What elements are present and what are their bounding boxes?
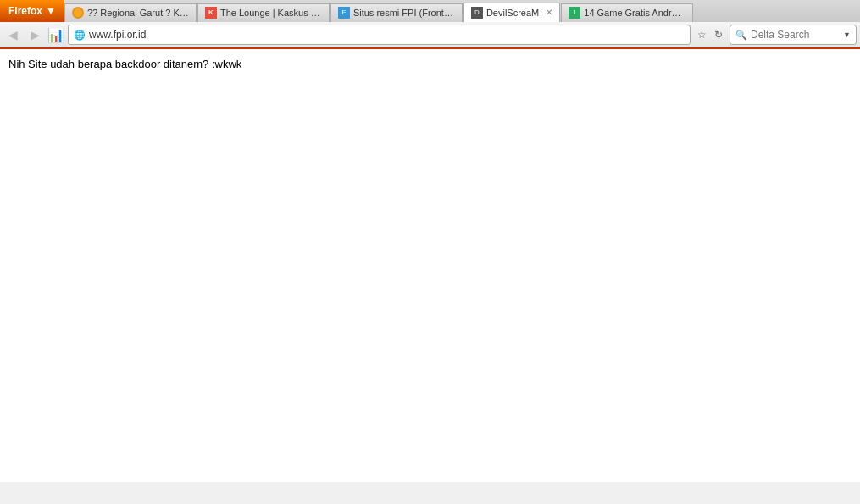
navigation-bar: ◀ ▶ 📊 🌐 ☆ ↻ 🔍 ▼	[0, 22, 860, 49]
page-icon: 🌐	[74, 30, 86, 41]
address-bar[interactable]: 🌐	[68, 25, 691, 45]
tab-favicon-blue: F	[338, 7, 350, 19]
tab-favicon-loading	[72, 7, 84, 19]
tab-tab3[interactable]: F Situs resmi FPI (Front Pe...	[330, 3, 463, 22]
address-actions: ☆ ↻	[694, 27, 726, 42]
back-button[interactable]: ◀	[3, 25, 22, 44]
bookmark-button[interactable]: ☆	[694, 27, 709, 42]
search-dropdown-icon[interactable]: ▼	[843, 30, 851, 39]
reload-icon: ↻	[714, 29, 723, 41]
tab-label: DevilScreaM	[486, 8, 539, 18]
tab-close-button[interactable]: ✕	[546, 8, 552, 17]
tab-tab2[interactable]: K The Lounge | Kaskus - Th...	[197, 3, 330, 22]
reload-button[interactable]: ↻	[711, 27, 726, 42]
tab-label: The Lounge | Kaskus - Th...	[220, 8, 322, 18]
tab-label: 14 Game Gratis Android ...	[584, 8, 685, 18]
tab-tab1[interactable]: ?? Regional Garut ? Kota I...	[64, 3, 197, 22]
tab-favicon-dark: D	[471, 7, 483, 19]
loading-indicator: 📊	[47, 26, 64, 43]
tab-favicon-kaskus: K	[205, 7, 217, 19]
search-bar[interactable]: 🔍 ▼	[730, 25, 857, 45]
page-content: Nih Site udah berapa backdoor ditanem? :…	[0, 49, 860, 482]
firefox-label: Firefox	[8, 5, 42, 17]
tab-tab5[interactable]: 1 14 Game Gratis Android ...	[561, 3, 693, 22]
tab-label: ?? Regional Garut ? Kota I...	[87, 8, 189, 18]
forward-icon: ▶	[31, 28, 40, 42]
back-icon: ◀	[8, 28, 18, 42]
bookmark-icon: ☆	[697, 29, 707, 41]
forward-button[interactable]: ▶	[25, 25, 44, 44]
page-text: Nih Site udah berapa backdoor ditanem? :…	[8, 58, 852, 70]
firefox-menu-button[interactable]: Firefox ▼	[0, 0, 64, 22]
search-engine-icon: 🔍	[735, 30, 747, 41]
firefox-dropdown-icon: ▼	[46, 5, 56, 17]
tab-favicon-green: 1	[569, 7, 580, 19]
search-input[interactable]	[751, 29, 840, 41]
tab-label: Situs resmi FPI (Front Pe...	[353, 8, 455, 18]
address-input[interactable]	[89, 29, 685, 41]
tab-tab4[interactable]: D DevilScreaM ✕	[463, 3, 560, 22]
